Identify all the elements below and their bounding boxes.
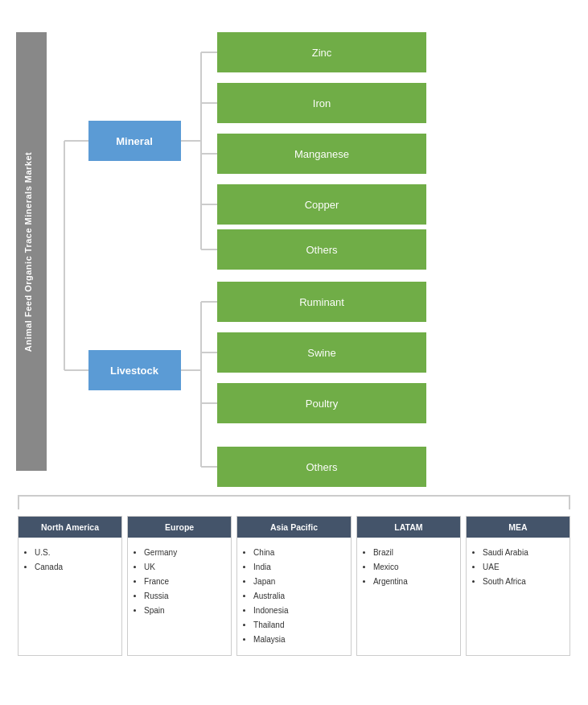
region-header-latam: LATAM [357, 517, 460, 538]
region-body-mea: Saudi Arabia UAE South Africa [467, 538, 569, 655]
region-body-europe: Germany UK France Russia Spain [128, 538, 231, 655]
region-header-north-america: North America [19, 517, 121, 538]
country-item: Saudi Arabia [483, 546, 565, 560]
regions-section: North America U.S. Canada Europe Germany… [18, 516, 570, 656]
country-item: UK [144, 560, 226, 575]
svg-text:Others: Others [306, 244, 338, 256]
country-item: Russia [144, 589, 226, 604]
diagram-section: Animal Feed Organic Trace Minerals Marke… [8, 8, 580, 491]
country-item: Malaysia [253, 633, 346, 647]
bottom-connector [18, 495, 570, 509]
region-card-mea: MEA Saudi Arabia UAE South Africa [466, 516, 570, 656]
svg-text:Copper: Copper [305, 199, 339, 211]
svg-text:Mineral: Mineral [116, 135, 153, 147]
country-item: Mexico [373, 560, 455, 575]
region-header-asia-pacific: Asia Pacific [237, 517, 351, 538]
region-card-asia-pacific: Asia Pacific China India Japan Australia… [236, 516, 352, 656]
country-item: Brazil [373, 546, 455, 560]
country-item: U.S. [35, 546, 117, 560]
svg-text:Manganese: Manganese [294, 148, 349, 160]
country-item: Australia [253, 589, 346, 604]
region-card-north-america: North America U.S. Canada [18, 516, 122, 656]
country-item: Germany [144, 546, 226, 560]
region-header-mea: MEA [467, 517, 569, 538]
country-item: Argentina [373, 575, 455, 589]
svg-text:Zinc: Zinc [312, 47, 332, 59]
country-item: Canada [35, 560, 117, 575]
page-wrapper: Animal Feed Organic Trace Minerals Marke… [0, 0, 588, 676]
country-item: China [253, 546, 346, 560]
svg-text:Poultry: Poultry [306, 398, 339, 410]
svg-text:Others: Others [306, 461, 338, 473]
country-item: France [144, 575, 226, 589]
tree-diagram: Animal Feed Organic Trace Minerals Marke… [12, 16, 583, 491]
region-body-asia-pacific: China India Japan Australia Indonesia Th… [237, 538, 351, 655]
region-card-latam: LATAM Brazil Mexico Argentina [356, 516, 461, 656]
country-item: Thailand [253, 618, 346, 633]
region-body-latam: Brazil Mexico Argentina [357, 538, 460, 655]
region-body-north-america: U.S. Canada [19, 538, 121, 655]
svg-text:Animal Feed Organic Trace Mine: Animal Feed Organic Trace Minerals Marke… [23, 152, 33, 352]
svg-text:Ruminant: Ruminant [299, 296, 344, 308]
svg-text:Livestock: Livestock [110, 365, 159, 377]
region-header-europe: Europe [128, 517, 231, 538]
country-item: Spain [144, 604, 226, 618]
country-item: Japan [253, 575, 346, 589]
country-item: India [253, 560, 346, 575]
country-item: South Africa [483, 575, 565, 589]
svg-text:Iron: Iron [313, 97, 331, 109]
svg-text:Swine: Swine [307, 347, 335, 359]
country-item: UAE [483, 560, 565, 575]
region-card-europe: Europe Germany UK France Russia Spain [127, 516, 232, 656]
country-item: Indonesia [253, 604, 346, 618]
